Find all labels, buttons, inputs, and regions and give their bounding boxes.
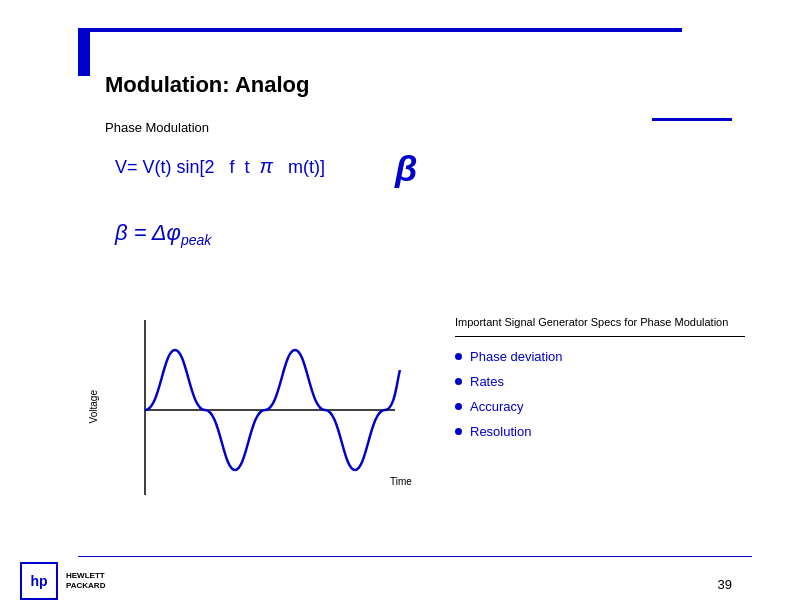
top-bar-right — [652, 118, 732, 121]
beta-def-text: β = Δφpeak — [115, 220, 211, 245]
hp-logo: hp HEWLETTPACKARD — [20, 562, 105, 600]
hp-logo-box: hp — [20, 562, 58, 600]
bottom-bar — [78, 556, 752, 557]
bullet-dot — [455, 378, 462, 385]
graph-container — [105, 310, 405, 510]
graph-x-label: Time — [390, 476, 412, 487]
formula-beta-def: β = Δφpeak — [115, 220, 211, 248]
slide-subtitle: Phase Modulation — [105, 120, 209, 135]
pi-symbol: π — [260, 155, 273, 177]
graph-y-label: Voltage — [88, 390, 99, 423]
right-panel-title: Important Signal Generator Specs for Pha… — [455, 315, 745, 330]
left-accent — [78, 28, 90, 76]
bullet-dot — [455, 428, 462, 435]
bullet-dot — [455, 353, 462, 360]
right-panel: Important Signal Generator Specs for Pha… — [455, 315, 745, 449]
bullet-text-1: Phase deviation — [470, 349, 563, 364]
list-item: Phase deviation — [455, 349, 745, 364]
bullet-dot — [455, 403, 462, 410]
list-item: Rates — [455, 374, 745, 389]
formula-text: V= V(t) sin[2 f t π m(t)] — [115, 157, 325, 177]
list-item: Accuracy — [455, 399, 745, 414]
formula-main: V= V(t) sin[2 f t π m(t)] — [115, 155, 325, 178]
bullet-text-3: Accuracy — [470, 399, 523, 414]
hp-logo-text: HEWLETTPACKARD — [66, 571, 105, 592]
right-panel-divider — [455, 336, 745, 337]
bullet-text-4: Resolution — [470, 424, 531, 439]
formula-beta-symbol: β — [395, 148, 417, 190]
peak-subscript: peak — [181, 232, 211, 248]
sine-wave-graph — [105, 310, 405, 510]
bullet-list: Phase deviation Rates Accuracy Resolutio… — [455, 349, 745, 439]
slide-title: Modulation: Analog — [105, 72, 309, 98]
list-item: Resolution — [455, 424, 745, 439]
bullet-text-2: Rates — [470, 374, 504, 389]
top-bar — [90, 28, 682, 32]
page-number: 39 — [718, 577, 732, 592]
